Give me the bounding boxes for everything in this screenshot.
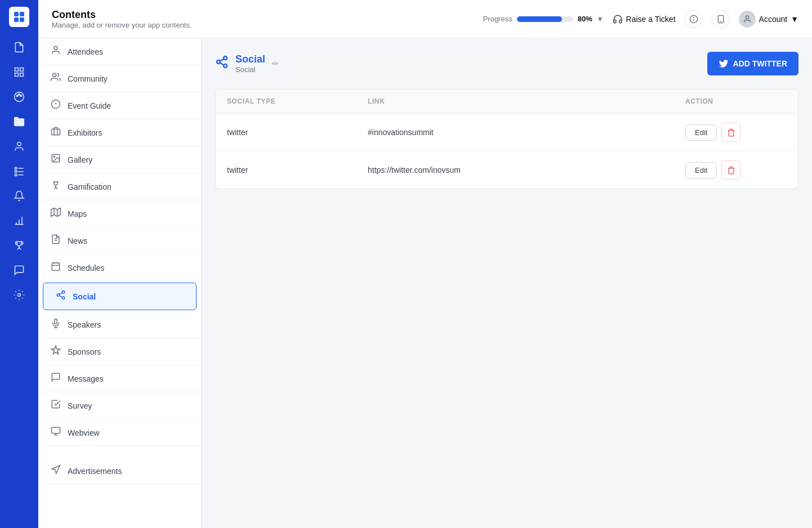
progress-dropdown-icon[interactable]: ▼ — [597, 15, 604, 23]
info-button[interactable] — [685, 10, 703, 28]
col-social-type: Social type — [227, 97, 368, 105]
cell-action-2: Edit — [685, 160, 787, 180]
cell-action-1: Edit — [685, 123, 787, 142]
speakers-icon — [50, 318, 62, 331]
cell-link-1: #innovationsummit — [368, 128, 685, 137]
rail-icon-bell[interactable] — [8, 185, 30, 207]
sidebar-item-label: Messages — [68, 374, 104, 383]
raise-ticket-button[interactable]: Raise a Ticket — [613, 14, 676, 24]
news-icon — [50, 234, 62, 247]
survey-icon — [50, 399, 62, 412]
main-content: Social Social ✏ ADD TWITTER — [202, 0, 812, 528]
svg-point-60 — [217, 60, 220, 64]
sidebar-item-webview[interactable]: Webview — [38, 419, 201, 446]
sidebar-item-label: Speakers — [68, 320, 101, 329]
svg-rect-7 — [20, 73, 24, 77]
page-header-left: Social Social ✏ — [215, 53, 279, 74]
sidebar-item-schedules[interactable]: Schedules — [38, 254, 201, 281]
svg-rect-56 — [52, 427, 60, 433]
svg-point-9 — [16, 95, 18, 97]
account-button[interactable]: Account ▼ — [739, 11, 798, 28]
content-area: Social Social ✏ ADD TWITTER — [202, 38, 812, 528]
svg-point-11 — [20, 95, 22, 97]
rail-icon-palette[interactable] — [8, 86, 30, 108]
social-table: Social type Link Action twitter #innovat… — [215, 89, 798, 189]
progress-pct: 80% — [578, 15, 592, 23]
sidebar-item-attendees[interactable]: Attendees — [38, 38, 201, 65]
sidebar-item-label: Social — [73, 292, 96, 301]
svg-point-12 — [17, 142, 21, 146]
sidebar-item-messages[interactable]: Messages — [38, 365, 201, 392]
table-row: twitter https://twitter.com/inovsum Edit — [216, 151, 798, 189]
messages-icon — [50, 372, 62, 385]
delete-button-2[interactable] — [721, 160, 740, 180]
svg-point-59 — [224, 56, 227, 60]
sidebar-item-social[interactable]: Social — [43, 283, 197, 310]
svg-rect-17 — [15, 174, 17, 176]
app-logo[interactable] — [9, 7, 29, 27]
sidebar-item-maps[interactable]: Maps — [38, 200, 201, 227]
svg-rect-36 — [52, 129, 60, 135]
rail-icon-user[interactable] — [8, 135, 30, 158]
section-title: Social — [235, 53, 265, 65]
progress-label: Progress — [483, 15, 512, 23]
svg-rect-4 — [15, 68, 19, 71]
mobile-preview-button[interactable] — [712, 10, 730, 28]
svg-line-52 — [59, 296, 62, 297]
sidebar-item-sponsors[interactable]: Sponsors — [38, 338, 201, 365]
sidebar-item-community[interactable]: Community — [38, 65, 201, 92]
add-twitter-label: ADD TWITTER — [733, 59, 787, 68]
rail-icon-trophy[interactable] — [8, 234, 30, 257]
rail-icon-file[interactable] — [8, 36, 30, 59]
rail-icon-settings[interactable] — [8, 284, 30, 306]
svg-point-61 — [224, 64, 227, 68]
sidebar-item-event-guide[interactable]: Event Guide — [38, 92, 201, 119]
social-header-icon — [215, 55, 229, 72]
sidebar-item-label: Advertisements — [68, 467, 122, 476]
header-right: Progress 80% ▼ Raise a Ticket — [483, 10, 798, 28]
rail-icon-list[interactable] — [8, 160, 30, 182]
edit-button-1[interactable]: Edit — [685, 124, 717, 141]
rail-icon-chart[interactable] — [8, 209, 30, 232]
sidebar-item-speakers[interactable]: Speakers — [38, 311, 201, 338]
raise-ticket-label: Raise a Ticket — [626, 15, 676, 24]
delete-button-1[interactable] — [721, 123, 740, 142]
sidebar-item-label: Sponsors — [68, 347, 101, 356]
sidebar-item-label: Maps — [68, 209, 87, 218]
sidebar-item-label: Community — [68, 74, 108, 83]
rail-icon-folder[interactable] — [8, 110, 30, 133]
maps-icon — [50, 207, 62, 220]
svg-point-32 — [53, 73, 56, 77]
table-row: twitter #innovationsummit Edit — [216, 114, 798, 151]
rail-icon-chat[interactable] — [8, 259, 30, 281]
event-guide-icon — [50, 99, 62, 112]
sidebar-item-survey[interactable]: Survey — [38, 392, 201, 419]
edit-title-icon[interactable]: ✏ — [272, 59, 279, 68]
account-label: Account — [759, 15, 788, 24]
sidebar-item-news[interactable]: News — [38, 227, 201, 254]
sidebar-item-gamification[interactable]: Gamification — [38, 173, 201, 200]
sidebar-item-label: Webview — [68, 428, 100, 437]
top-header: Contents Manage, add or remove your app … — [38, 0, 812, 38]
svg-rect-6 — [15, 73, 19, 77]
edit-button-2[interactable]: Edit — [685, 162, 717, 178]
add-twitter-button[interactable]: ADD TWITTER — [707, 52, 798, 75]
svg-point-50 — [57, 294, 60, 297]
svg-rect-13 — [15, 167, 17, 169]
page-header-titles: Social Social — [235, 53, 265, 74]
progress-bar-fill — [517, 16, 562, 22]
account-dropdown-icon: ▼ — [791, 15, 798, 24]
sidebar-item-exhibitors[interactable]: Exhibitors — [38, 119, 201, 146]
sidebar-item-label: Exhibitors — [68, 128, 102, 137]
col-link: Link — [368, 97, 685, 105]
page-subtitle: Manage, add or remove your app contents. — [52, 21, 483, 29]
social-icon — [55, 290, 67, 303]
svg-rect-5 — [20, 68, 24, 71]
sidebar-item-gallery[interactable]: Gallery — [38, 146, 201, 173]
sidebar: Attendees Community — [38, 0, 202, 528]
sidebar-item-advertisements[interactable]: Advertisements — [38, 458, 201, 485]
sidebar-item-label: Event Guide — [68, 101, 111, 110]
svg-rect-2 — [14, 17, 19, 22]
rail-icon-grid[interactable] — [8, 61, 30, 83]
schedules-icon — [50, 261, 62, 274]
